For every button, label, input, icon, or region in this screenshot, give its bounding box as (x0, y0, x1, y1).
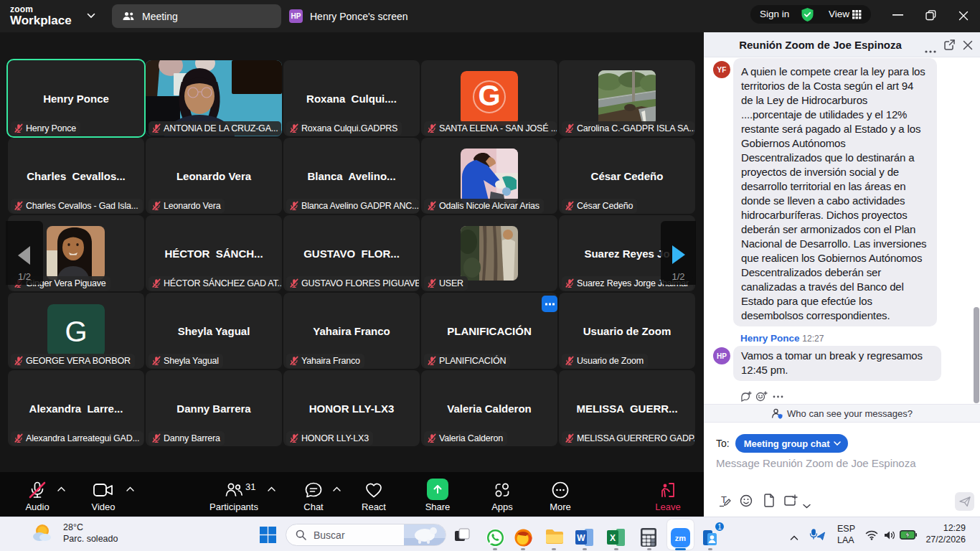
svg-text:G: G (65, 316, 87, 347)
svg-text:T: T (721, 494, 727, 505)
svg-text:X: X (610, 533, 616, 543)
svg-text:W: W (577, 533, 585, 543)
svg-text:zm: zm (675, 534, 687, 542)
svg-text:G: G (478, 80, 500, 111)
